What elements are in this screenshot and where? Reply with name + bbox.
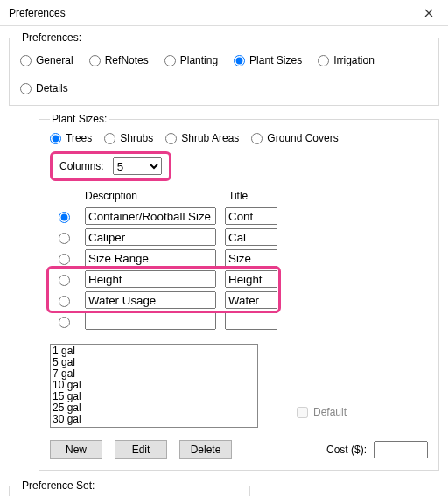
column-row <box>50 227 428 248</box>
list-item[interactable]: 7 gal <box>52 368 256 380</box>
tab-radio[interactable] <box>89 55 101 66</box>
titlebar: Preferences <box>0 0 448 26</box>
tab-label: Irrigation <box>333 54 374 66</box>
column-row <box>50 311 428 332</box>
tab-label: General <box>36 54 74 66</box>
window-title: Preferences <box>9 7 66 19</box>
column-description-input[interactable] <box>85 270 216 288</box>
tab-planting[interactable]: Planting <box>164 54 218 66</box>
list-item[interactable]: 10 gal <box>52 380 256 391</box>
tab-general[interactable]: General <box>20 54 74 66</box>
list-item[interactable]: 30 gal <box>52 414 256 425</box>
type-trees[interactable]: Trees <box>50 132 92 144</box>
tab-plant-sizes[interactable]: Plant Sizes <box>234 54 302 66</box>
column-row <box>50 248 428 269</box>
type-shrub-areas[interactable]: Shrub Areas <box>165 132 239 144</box>
tab-radio[interactable] <box>20 55 32 66</box>
tab-details[interactable]: Details <box>20 82 68 94</box>
tab-label: Planting <box>180 54 218 66</box>
type-radio[interactable] <box>50 133 61 144</box>
tab-radio[interactable] <box>318 55 329 66</box>
type-shrubs[interactable]: Shrubs <box>104 132 153 144</box>
column-title-input[interactable] <box>225 249 277 267</box>
plant-sizes-legend: Plant Sizes: <box>50 113 108 125</box>
column-row-radio[interactable] <box>59 233 70 244</box>
column-description-input[interactable] <box>85 291 216 309</box>
column-description-input[interactable] <box>85 207 216 225</box>
list-item[interactable]: 15 gal <box>52 391 256 402</box>
column-title-input[interactable] <box>225 270 277 288</box>
tab-radio[interactable] <box>164 55 176 66</box>
column-row-radio[interactable] <box>59 317 70 328</box>
columns-highlight: Columns: 5 <box>50 151 172 181</box>
type-ground-covers[interactable]: Ground Covers <box>251 132 338 144</box>
close-button[interactable] <box>410 0 448 26</box>
type-label: Trees <box>66 132 92 144</box>
cost-input[interactable] <box>374 441 428 458</box>
sizes-new-button[interactable]: New <box>50 440 102 459</box>
type-radio[interactable] <box>165 133 177 144</box>
close-icon <box>424 9 433 17</box>
column-description-input[interactable] <box>85 249 216 267</box>
header-description: Description <box>85 190 216 202</box>
header-title: Title <box>228 190 281 202</box>
plant-sizes-group: Plant Sizes: TreesShrubsShrub AreasGroun… <box>38 113 439 471</box>
column-description-input[interactable] <box>85 228 216 246</box>
column-row <box>50 269 428 290</box>
column-row-radio[interactable] <box>59 254 70 265</box>
column-title-input[interactable] <box>225 291 277 309</box>
preferences-tabs-group: Preferences: GeneralRefNotesPlantingPlan… <box>9 31 439 106</box>
default-checkbox[interactable] <box>297 407 308 418</box>
type-radio[interactable] <box>251 133 262 144</box>
column-row-radio[interactable] <box>59 212 70 223</box>
list-item[interactable]: 25 gal <box>52 402 256 414</box>
column-title-input[interactable] <box>225 228 277 246</box>
type-label: Shrub Areas <box>181 132 239 144</box>
column-row-radio[interactable] <box>59 296 70 307</box>
tab-label: Details <box>36 82 68 94</box>
sizes-edit-button[interactable]: Edit <box>115 440 167 459</box>
column-title-input[interactable] <box>225 207 277 225</box>
tab-refnotes[interactable]: RefNotes <box>89 54 149 66</box>
default-label: Default <box>313 406 346 418</box>
column-description-input[interactable] <box>85 312 216 330</box>
sizes-delete-button[interactable]: Delete <box>179 440 232 459</box>
list-item[interactable]: 1 gal <box>52 346 256 357</box>
list-item[interactable]: 5 gal <box>52 357 256 368</box>
column-row <box>50 206 428 227</box>
tab-radio[interactable] <box>234 55 245 66</box>
columns-select[interactable]: 5 <box>113 157 162 175</box>
preference-set-group: Preference Set: Imperial New Backup <box>9 479 250 496</box>
tab-radio[interactable] <box>20 83 32 94</box>
type-radio[interactable] <box>104 133 116 144</box>
columns-label: Columns: <box>60 160 104 172</box>
type-label: Shrubs <box>120 132 153 144</box>
tab-label: RefNotes <box>105 54 149 66</box>
column-row-radio[interactable] <box>59 275 70 286</box>
preference-set-legend: Preference Set: <box>18 479 98 492</box>
sizes-listbox[interactable]: 1 gal5 gal7 gal10 gal15 gal25 gal30 gal <box>50 344 258 428</box>
type-label: Ground Covers <box>267 132 338 144</box>
tab-label: Plant Sizes <box>249 54 302 66</box>
tab-irrigation[interactable]: Irrigation <box>318 54 374 66</box>
preferences-legend: Preferences: <box>18 31 85 44</box>
column-row <box>50 290 428 311</box>
cost-label: Cost ($): <box>326 444 367 456</box>
column-title-input[interactable] <box>225 312 277 330</box>
